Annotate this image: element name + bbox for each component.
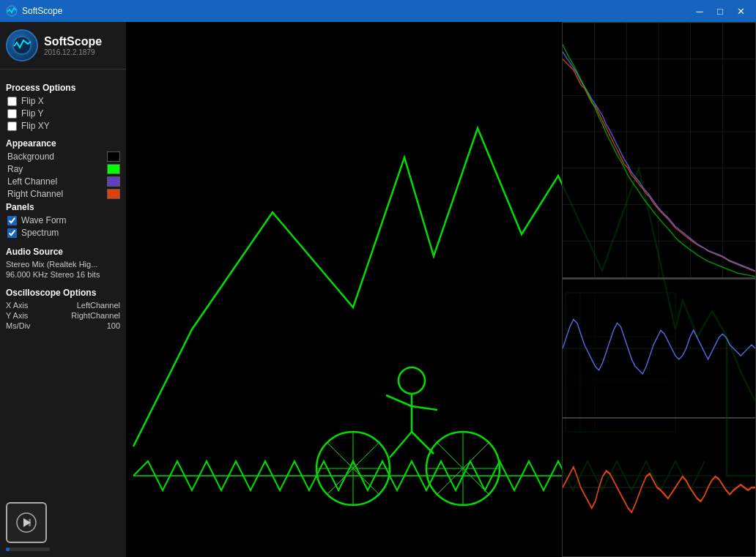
right-channel-color-row: Right Channel (6, 189, 120, 199)
x-axis-row: X Axis LeftChannel (6, 301, 120, 310)
ms-div-value: 100 (107, 321, 120, 330)
right-channel-svg (563, 419, 755, 556)
svg-point-11 (399, 367, 425, 394)
flip-x-row: Flip X (6, 96, 120, 106)
svg-point-1 (13, 37, 31, 54)
window-controls: ─ □ ✕ (690, 1, 750, 20)
progress-bar (6, 547, 50, 551)
flip-xy-row: Flip XY (6, 121, 120, 131)
osc-options-title: Oscilloscope Options (6, 288, 120, 298)
spectrum-panel-row: Spectrum (6, 228, 120, 238)
app-icon (6, 5, 18, 17)
app-title-block: SoftScope 2016.12.2.1879 (44, 35, 102, 56)
y-axis-key: Y Axis (6, 311, 28, 320)
right-panels (562, 22, 756, 557)
process-options-title: Process Options (6, 83, 120, 93)
y-axis-row: Y Axis RightChannel (6, 311, 120, 320)
osc-options-section: Oscilloscope Options X Axis LeftChannel … (6, 288, 120, 330)
audio-source-details: 96.000 KHz Stereo 16 bits (6, 270, 120, 279)
left-channel-svg (563, 280, 755, 417)
left-channel-swatch[interactable] (107, 176, 120, 187)
app-header: SoftScope 2016.12.2.1879 (0, 22, 126, 70)
waveform-panel-label: Wave Form (21, 215, 67, 225)
minimize-button[interactable]: ─ (690, 1, 709, 20)
play-pause-button[interactable] (6, 502, 47, 543)
spectrum-panel (562, 22, 756, 279)
flip-xy-label: Flip XY (21, 121, 50, 131)
appearance-title: Appearance (6, 138, 120, 149)
x-axis-key: X Axis (6, 301, 29, 310)
svg-line-14 (412, 406, 437, 410)
spectrum-svg (563, 23, 755, 277)
flip-y-checkbox[interactable] (7, 109, 17, 119)
close-button[interactable]: ✕ (731, 1, 750, 20)
ray-label: Ray (7, 164, 23, 174)
background-swatch[interactable] (107, 152, 120, 162)
right-channel-panel (562, 418, 756, 557)
left-channel-panel (562, 279, 756, 418)
spectrum-panel-checkbox[interactable] (7, 228, 17, 238)
progress-fill (6, 547, 10, 551)
ms-div-row: Ms/Div 100 (6, 321, 120, 330)
svg-rect-4 (29, 519, 31, 526)
ray-swatch[interactable] (107, 164, 120, 174)
sidebar: SoftScope 2016.12.2.1879 Process Options… (0, 22, 126, 557)
app-body: SoftScope 2016.12.2.1879 Process Options… (0, 22, 756, 557)
sidebar-content: Process Options Flip X Flip Y Flip XY Ap… (0, 70, 126, 495)
ray-color-row: Ray (6, 164, 120, 174)
flip-y-row: Flip Y (6, 108, 120, 119)
waveform-panel-row: Wave Form (6, 215, 120, 225)
play-area (0, 495, 126, 557)
audio-source-name: Stereo Mix (Realtek Hig... (6, 260, 120, 269)
audio-source-title: Audio Source (6, 247, 120, 257)
x-axis-value: LeftChannel (77, 301, 120, 310)
left-channel-label: Left Channel (7, 176, 57, 187)
maximize-button[interactable]: □ (711, 1, 730, 20)
svg-line-13 (386, 395, 412, 406)
window-title: SoftScope (22, 6, 62, 16)
flip-y-label: Flip Y (21, 108, 43, 119)
background-color-row: Background (6, 152, 120, 162)
app-version: 2016.12.2.1879 (44, 48, 102, 56)
app-logo (6, 29, 38, 61)
oscilloscope-canvas (126, 22, 756, 557)
waveform-panel-checkbox[interactable] (7, 216, 17, 225)
left-channel-color-row: Left Channel (6, 176, 120, 187)
right-channel-swatch[interactable] (107, 189, 120, 199)
panels-title: Panels (6, 202, 120, 212)
logo-icon (12, 35, 32, 56)
right-channel-label: Right Channel (7, 189, 63, 199)
flip-x-label: Flip X (21, 96, 44, 106)
play-pause-icon (15, 512, 37, 534)
spectrum-panel-label: Spectrum (21, 228, 59, 238)
flip-x-checkbox[interactable] (7, 97, 17, 106)
title-bar: SoftScope ─ □ ✕ (0, 0, 756, 22)
main-oscilloscope-area (126, 22, 756, 557)
y-axis-value: RightChannel (71, 311, 120, 320)
flip-xy-checkbox[interactable] (7, 122, 17, 131)
ms-div-key: Ms/Div (6, 321, 31, 330)
audio-source-section: Audio Source Stereo Mix (Realtek Hig... … (6, 247, 120, 279)
background-label: Background (7, 152, 54, 162)
svg-line-15 (390, 432, 412, 457)
app-name: SoftScope (44, 35, 102, 48)
